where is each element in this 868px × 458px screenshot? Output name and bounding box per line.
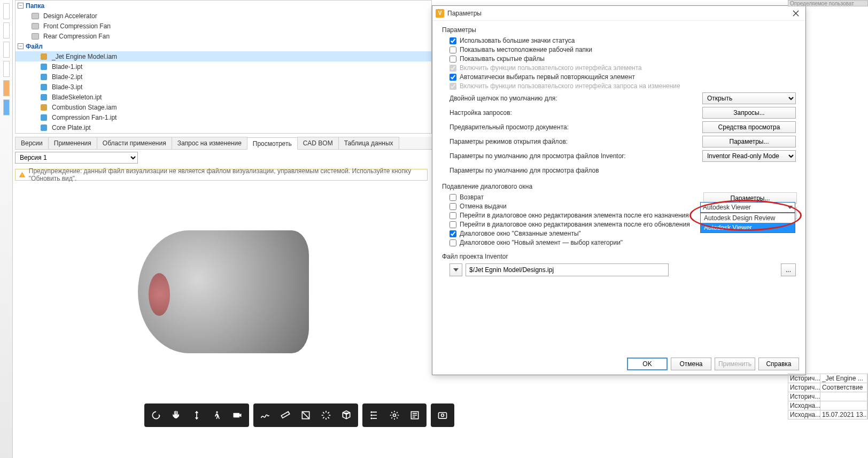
tree-file-item[interactable]: _Jet Engine Model.iam — [15, 51, 431, 61]
param-check-4[interactable]: Автоматически выбирать первый повторяющи… — [449, 73, 796, 81]
property-row[interactable]: Исходна...15.07.2021 13... — [788, 410, 868, 420]
help-button[interactable]: Справка — [758, 358, 799, 370]
checkbox[interactable] — [449, 212, 456, 219]
viewer-screenshot-button[interactable] — [433, 406, 452, 425]
tab-1[interactable]: Применения — [48, 137, 97, 149]
tree-file-item[interactable]: Blade-2.ipt — [15, 72, 431, 82]
viewer-section-button[interactable] — [296, 406, 315, 425]
tab-3[interactable]: Запрос на изменение — [172, 137, 247, 149]
param-row-5: Параметры по умолчанию для просмотра фай… — [449, 165, 796, 176]
check-label: Диалоговое окно "Новый элемент — выбор к… — [460, 239, 623, 246]
tree-file-root[interactable]: − Файл — [15, 41, 431, 51]
viewer-settings-button[interactable] — [385, 406, 404, 425]
tree-file-item[interactable]: Blade-3.ipt — [15, 82, 431, 92]
viewer-freehand-button[interactable] — [255, 406, 275, 425]
property-row[interactable]: Исходна... — [788, 401, 868, 410]
checkbox[interactable] — [449, 221, 456, 228]
version-row: Версия 1 — [15, 152, 138, 164]
viewer-explode-button[interactable] — [316, 406, 336, 425]
tree-item-label: Design Accelerator — [43, 12, 97, 20]
walk-icon — [212, 410, 222, 421]
measure-icon — [280, 410, 291, 421]
viewer-props-button[interactable] — [405, 406, 424, 425]
param-select-4[interactable]: Inventor Read-only Mode — [702, 150, 796, 162]
project-path-input[interactable] — [466, 263, 669, 276]
param-button-1[interactable]: Запросы... — [702, 107, 796, 119]
tab-5[interactable]: CAD BOM — [297, 137, 339, 149]
svg-point-6 — [393, 414, 396, 417]
viewer-pan-button[interactable] — [167, 406, 186, 425]
viewer-orbit-button[interactable] — [146, 406, 166, 425]
checkbox[interactable] — [449, 203, 456, 210]
collapse-icon[interactable]: − — [18, 3, 24, 9]
tree-file-item[interactable]: Combustion Stage.iam — [15, 102, 431, 112]
app-icon: V — [436, 9, 444, 18]
tree-folder-item[interactable]: Rear Compression Fan — [15, 31, 431, 41]
file-icon — [40, 83, 48, 91]
param-label: Двойной щелчок по умолчанию для: — [449, 95, 702, 102]
dropdown-item-autodesk-viewer[interactable]: Autodesk Viewer — [701, 223, 795, 232]
model-viewport[interactable] — [15, 182, 432, 402]
project-dropdown-button[interactable] — [449, 263, 462, 276]
property-row[interactable]: Историч..._Jet Engine ... — [788, 374, 868, 383]
tab-4[interactable]: Просмотреть — [247, 137, 298, 150]
viewer-measure-button[interactable] — [276, 406, 295, 425]
cancel-button[interactable]: Отмена — [671, 358, 711, 370]
viewer-tree-button[interactable] — [365, 406, 384, 425]
param-select-0[interactable]: Открыть — [702, 92, 796, 104]
tree-folder-root[interactable]: − Папка — [15, 1, 431, 11]
tab-2[interactable]: Области применения — [97, 137, 172, 149]
checkbox[interactable] — [449, 239, 456, 246]
viewer-camera-button[interactable] — [228, 406, 247, 425]
file-icon — [40, 104, 48, 111]
tree-file-item[interactable]: Compression Fan-1.ipt — [15, 112, 431, 122]
ok-button[interactable]: OK — [627, 358, 668, 370]
checkbox[interactable] — [449, 194, 456, 201]
svg-point-3 — [370, 412, 372, 413]
suppress-check-5[interactable]: Диалоговое окно "Новый элемент — выбор к… — [449, 239, 796, 246]
tree-folder-item[interactable]: Design Accelerator — [15, 11, 431, 21]
tree-item-label: Front Compression Fan — [43, 22, 111, 30]
param-check-0[interactable]: Использовать большие значки статуса — [449, 37, 796, 44]
tree-file-label: Файл — [26, 43, 43, 50]
browse-button[interactable]: ... — [781, 263, 796, 276]
viewer-walk-button[interactable] — [207, 406, 227, 425]
checkbox[interactable] — [449, 74, 456, 81]
checkbox[interactable] — [449, 56, 456, 63]
tree-file-item[interactable]: BladeSkeleton.ipt — [15, 92, 431, 102]
property-row[interactable]: Историч...Соответствие — [788, 383, 868, 392]
checkbox[interactable] — [449, 230, 456, 237]
tab-6[interactable]: Таблица данных — [338, 137, 399, 149]
group-params-title: Параметры — [442, 26, 796, 34]
svg-rect-1 — [234, 413, 240, 417]
property-row[interactable]: Историч... — [788, 392, 868, 401]
param-row-0: Двойной щелчок по умолчанию для:Открыть — [449, 92, 796, 104]
file-icon — [40, 53, 48, 60]
param-row-2: Предварительный просмотр документа:Средс… — [449, 121, 796, 133]
tab-0[interactable]: Версии — [15, 137, 49, 149]
tree-root-label: Папка — [26, 2, 44, 10]
param-button-2[interactable]: Средства просмотра — [702, 121, 796, 133]
tree-item-label: _Jet Engine Model.iam — [52, 53, 117, 60]
param-row-3: Параметры режимов открытия файлов:Параме… — [449, 136, 796, 148]
param-check-1[interactable]: Показывать местоположение рабочей папки — [449, 46, 796, 53]
tree-file-item[interactable]: Core Plate.ipt — [15, 122, 431, 133]
tree-folder-item[interactable]: Front Compression Fan — [15, 21, 431, 31]
dropdown-item-design-review[interactable]: Autodesk Design Review — [701, 213, 795, 223]
close-icon[interactable] — [789, 7, 802, 20]
pan-icon — [171, 410, 182, 421]
dialog-titlebar[interactable]: V Параметры — [432, 6, 805, 21]
checkbox[interactable] — [449, 37, 456, 44]
viewer-updown-button[interactable] — [187, 406, 206, 425]
version-select[interactable]: Версия 1 — [15, 152, 138, 164]
dialog-title: Параметры — [447, 10, 789, 17]
file-icon — [40, 63, 48, 71]
check-label: Включить функции пользовательского интер… — [460, 82, 680, 90]
param-check-2[interactable]: Показывать скрытые файлы — [449, 55, 796, 63]
checkbox[interactable] — [449, 46, 456, 53]
viewer-cube-button[interactable] — [337, 406, 356, 425]
param-button-3[interactable]: Параметры... — [702, 136, 796, 148]
tree-file-item[interactable]: Blade-1.ipt — [15, 61, 431, 72]
file-viewer-default-select[interactable]: Autodesk Viewer — [700, 202, 795, 213]
collapse-icon[interactable]: − — [18, 43, 24, 49]
